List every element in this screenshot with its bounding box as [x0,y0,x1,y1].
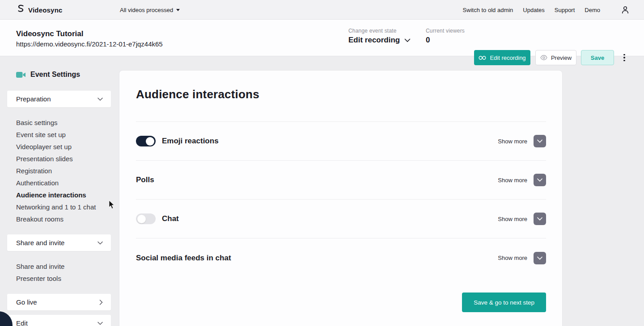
chevron-down-icon [97,97,103,101]
event-state-value: Edit recording [348,36,400,45]
sidebar-item-registration[interactable]: Registration [16,165,111,177]
videosync-logo-icon [17,4,25,15]
sidebar-section-go-live[interactable]: Go live [7,294,111,310]
link-updates[interactable]: Updates [523,7,544,13]
link-switch-old-admin[interactable]: Switch to old admin [463,7,513,13]
sidebar-section-preparation[interactable]: Preparation [7,91,111,107]
sidebar-item-audience-interactions[interactable]: Audience interactions [16,189,111,201]
preview-label: Preview [551,54,572,61]
sidebar-title-label: Event Settings [30,71,80,79]
eye-icon [540,55,547,60]
current-viewers-count: 0 [426,36,465,45]
user-account-icon[interactable] [621,5,630,14]
current-viewers-label: Current viewers [426,28,465,34]
show-more-link[interactable]: Show more [498,255,527,261]
recording-icon [479,55,486,60]
expand-dropdown-button[interactable] [534,252,546,264]
link-support[interactable]: Support [555,7,575,13]
page-title: Audience interactions [136,71,546,101]
event-state-label: Change event state [348,28,411,34]
sidebar-item-networking-1to1-chat[interactable]: Networking and 1 to 1 chat [16,201,111,213]
chevron-down-icon [537,139,542,143]
feature-row-chat: Chat Show more [136,200,546,238]
expand-dropdown-button[interactable] [534,135,546,147]
show-more-link[interactable]: Show more [498,177,527,184]
event-url[interactable]: https://demo.videosync.fi/2021-12-01-e7j… [16,40,163,48]
feature-label: Chat [162,214,179,223]
chevron-down-icon [97,241,103,245]
sidebar-item-videoplayer-set-up[interactable]: Videoplayer set up [16,141,111,153]
topbar: Videosync All videos processed Switch to… [0,0,644,20]
edit-recording-button[interactable]: Edit recording [474,50,530,65]
feature-row-polls: Polls Show more [136,161,546,200]
save-next-step-label: Save & go to next step [474,299,534,306]
feature-row-social-media-feeds: Social media feeds in chat Show more [136,238,546,277]
sidebar-item-presenter-tools[interactable]: Presenter tools [16,272,111,284]
preparation-items: Basic settings Event site set up Videopl… [16,117,111,225]
feature-label: Emoji reactions [162,137,219,146]
event-state-dropdown[interactable]: Edit recording [348,36,411,45]
sidebar-item-share-and-invite[interactable]: Share and invite [16,260,111,272]
brand-name: Videosync [28,6,63,14]
link-demo[interactable]: Demo [585,7,600,13]
chevron-down-icon [537,217,542,221]
section-label: Edit [16,319,28,326]
chevron-down-icon [537,178,542,182]
processed-status-label: All videos processed [120,7,173,13]
edit-recording-label: Edit recording [490,54,525,61]
sidebar-item-breakout-rooms[interactable]: Breakout rooms [16,213,111,225]
caret-down-icon [176,9,180,11]
save-button[interactable]: Save [581,50,614,65]
event-state-block: Change event state Edit recording [348,28,411,45]
save-label: Save [591,54,604,61]
kebab-menu-icon[interactable] [622,52,627,63]
sidebar-item-event-site-set-up[interactable]: Event site set up [16,129,111,141]
processed-status-dropdown[interactable]: All videos processed [120,0,180,20]
feature-row-emoji-reactions: Emoji reactions Show more [136,122,546,161]
chat-toggle[interactable] [136,213,156,224]
expand-dropdown-button[interactable] [534,213,546,225]
section-label: Go live [16,298,37,306]
sidebar-section-share-and-invite[interactable]: Share and invite [7,234,111,251]
feature-label: Social media feeds in chat [136,254,231,263]
chevron-down-icon [404,38,411,42]
current-viewers-block: Current viewers 0 [426,28,465,45]
page: Videosync All videos processed Switch to… [0,0,644,326]
chevron-down-icon [537,256,542,260]
share-items: Share and invite Presenter tools [16,260,111,284]
chevron-right-icon [99,300,103,305]
sidebar-item-basic-settings[interactable]: Basic settings [16,117,111,129]
chevron-down-icon [97,322,103,325]
brand[interactable]: Videosync [17,0,63,20]
show-more-link[interactable]: Show more [498,216,527,222]
decorative-circle [0,311,13,326]
section-label: Preparation [16,95,51,103]
sidebar-title: Event Settings [16,71,80,79]
section-label: Share and invite [16,239,64,247]
feature-label: Polls [136,176,154,184]
event-title: Videosync Tutorial [16,29,84,38]
emoji-reactions-toggle[interactable] [136,136,156,146]
sidebar-item-authentication[interactable]: Authentication [16,177,111,189]
topbar-links: Switch to old admin Updates Support Demo [463,0,635,20]
expand-dropdown-button[interactable] [534,174,546,186]
sidebar-item-presentation-slides[interactable]: Presentation slides [16,153,111,165]
video-camera-icon [16,71,26,78]
mouse-cursor [109,201,115,211]
show-more-link[interactable]: Show more [498,138,527,145]
event-header: Videosync Tutorial https://demo.videosyn… [0,20,644,56]
save-next-step-button[interactable]: Save & go to next step [462,293,546,312]
preview-button[interactable]: Preview [535,50,576,65]
sidebar-section-edit[interactable]: Edit [7,315,111,326]
settings-panel: Audience interactions Emoji reactions Sh… [119,70,563,326]
